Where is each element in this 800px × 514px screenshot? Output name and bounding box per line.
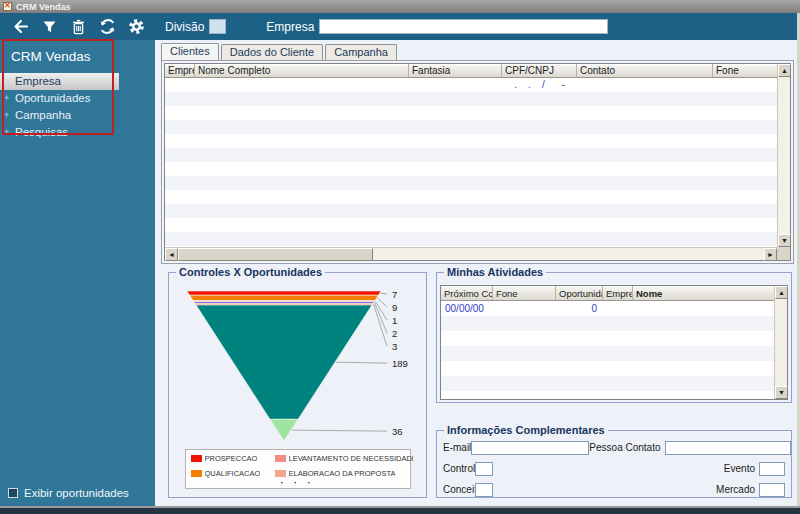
sidebar-item-oportunidades[interactable]: +Oportunidades bbox=[0, 90, 155, 107]
tab-campanha[interactable]: Campanha bbox=[325, 44, 397, 60]
scroll-up-button[interactable]: ▲ bbox=[775, 286, 788, 299]
sidebar-item-label: Campanha bbox=[15, 109, 71, 121]
tab-dados-do-cliente[interactable]: Dados do Cliente bbox=[221, 44, 323, 60]
filter-button[interactable] bbox=[40, 18, 58, 36]
table-row[interactable] bbox=[441, 331, 774, 346]
funnel-value-label: 36 bbox=[392, 426, 403, 437]
legend-label: PROSPECCAO bbox=[205, 454, 258, 463]
column-header: CPF/CNPJ bbox=[502, 64, 577, 77]
clients-grid-body: . . / - bbox=[165, 78, 777, 247]
pessoa-contato-field[interactable] bbox=[665, 441, 791, 455]
table-row[interactable] bbox=[165, 92, 777, 106]
controles-x-oportunidades-panel: Controles X Oportunidades 7912318936 PRO… bbox=[168, 272, 427, 498]
table-row[interactable] bbox=[165, 106, 777, 120]
table-row[interactable] bbox=[165, 120, 777, 134]
exibir-oportunidades-label: Exibir oportunidades bbox=[24, 487, 129, 499]
column-header: Próximo Contato bbox=[441, 286, 493, 300]
expand-plus-icon[interactable]: + bbox=[4, 73, 9, 90]
table-row[interactable]: . . / - bbox=[165, 78, 777, 92]
column-header: Oportunidade bbox=[556, 286, 603, 300]
window-title: CRM Vendas bbox=[16, 2, 71, 12]
sidebar-item-label: Pesquisas bbox=[15, 126, 68, 138]
tab-clientes[interactable]: Clientes bbox=[161, 43, 219, 60]
scroll-down-button[interactable]: ▼ bbox=[775, 386, 788, 399]
settings-button[interactable] bbox=[127, 18, 145, 36]
tab-bar: ClientesDados do ClienteCampanha bbox=[161, 44, 399, 60]
legend-more-dots: · · · bbox=[191, 478, 405, 488]
scroll-down-button[interactable]: ▼ bbox=[778, 234, 791, 247]
delete-button[interactable] bbox=[69, 18, 87, 36]
activities-grid-header: Próximo ContatoFoneOportunidadeEmpresaNo… bbox=[441, 286, 774, 301]
funnel-value-label: 3 bbox=[392, 341, 397, 352]
table-row[interactable] bbox=[165, 162, 777, 176]
sidebar-item-pesquisas[interactable]: +Pesquisas bbox=[0, 124, 155, 141]
field-label: Controle bbox=[443, 463, 475, 474]
proximo-contato-value: 00/00/00 bbox=[445, 301, 484, 316]
window-titlebar[interactable]: CRM Vendas bbox=[0, 0, 800, 13]
table-row[interactable] bbox=[165, 218, 777, 232]
hscroll-thumb[interactable] bbox=[178, 248, 373, 261]
funnel-callout-line bbox=[378, 298, 387, 307]
scroll-up-button[interactable]: ▲ bbox=[778, 64, 791, 77]
evento-field[interactable] bbox=[759, 462, 785, 476]
table-row[interactable] bbox=[165, 176, 777, 190]
clients-grid-hscrollbar[interactable]: ◄ ► bbox=[165, 247, 777, 260]
funnel-value-label: 7 bbox=[392, 289, 397, 300]
clients-grid-vscrollbar[interactable]: ▲ ▼ bbox=[777, 64, 790, 247]
back-button[interactable] bbox=[11, 18, 29, 36]
funnel-callout-line bbox=[336, 362, 387, 363]
divisao-input[interactable] bbox=[209, 19, 226, 34]
empresa-input[interactable] bbox=[319, 19, 608, 34]
table-row[interactable] bbox=[441, 316, 774, 331]
crm-vendas-window: CRM Vendas bbox=[0, 0, 800, 514]
legend-item: LEVANTAMENTO DE NECESSIDADES bbox=[275, 454, 413, 463]
field-label: Conceito bbox=[443, 484, 475, 495]
field-label: Pessoa Contato bbox=[589, 442, 660, 453]
funnel-segment bbox=[190, 295, 379, 300]
table-row[interactable] bbox=[441, 361, 774, 376]
e-mail-field[interactable] bbox=[471, 441, 589, 455]
legend-swatch bbox=[191, 455, 202, 462]
app-icon bbox=[3, 2, 12, 11]
table-row[interactable] bbox=[165, 232, 777, 246]
main-area: ClientesDados do ClienteCampanha Empresa… bbox=[155, 40, 797, 506]
divisao-label: Divisão bbox=[165, 20, 204, 34]
funnel-segment bbox=[187, 291, 381, 295]
info-field-row: E-mailPessoa Contato bbox=[443, 440, 785, 455]
column-header: Fantasia bbox=[409, 64, 502, 77]
controle-field[interactable] bbox=[475, 462, 493, 476]
legend-item: QUALIFICACAO bbox=[191, 469, 275, 478]
mercado-field[interactable] bbox=[759, 483, 785, 497]
funnel-callout-line bbox=[292, 430, 387, 431]
sidebar-title: CRM Vendas bbox=[11, 49, 155, 64]
scroll-right-button[interactable]: ► bbox=[764, 248, 777, 261]
activities-grid-vscrollbar[interactable]: ▲ ▼ bbox=[774, 286, 787, 399]
conceito-field[interactable] bbox=[475, 483, 493, 497]
column-header: Nome Completo bbox=[195, 64, 409, 77]
column-header: Empresa bbox=[165, 64, 195, 77]
table-row[interactable] bbox=[441, 346, 774, 361]
legend-swatch bbox=[275, 455, 286, 462]
gear-icon bbox=[128, 18, 145, 35]
expand-plus-icon[interactable]: + bbox=[4, 107, 9, 124]
table-row[interactable] bbox=[165, 204, 777, 218]
activities-panel-title: Minhas Atividades bbox=[444, 266, 546, 278]
table-row[interactable] bbox=[441, 376, 774, 391]
table-row[interactable] bbox=[165, 134, 777, 148]
informacoes-complementares-panel: Informações Complementares E-mailPessoa … bbox=[436, 430, 792, 498]
expand-plus-icon[interactable]: + bbox=[4, 124, 9, 141]
scroll-left-button[interactable]: ◄ bbox=[165, 248, 178, 261]
exibir-oportunidades-checkbox[interactable] bbox=[8, 488, 18, 498]
expand-plus-icon[interactable]: + bbox=[4, 90, 9, 107]
table-row[interactable]: 00/00/000 bbox=[441, 301, 774, 316]
table-row[interactable] bbox=[165, 190, 777, 204]
refresh-button[interactable] bbox=[98, 18, 116, 36]
activities-grid-body: 00/00/000 bbox=[441, 301, 774, 399]
sidebar-item-campanha[interactable]: +Campanha bbox=[0, 107, 155, 124]
sidebar-menu: +Empresa+Oportunidades+Campanha+Pesquisa… bbox=[0, 73, 155, 141]
table-row[interactable] bbox=[165, 148, 777, 162]
sidebar-item-empresa[interactable]: +Empresa bbox=[0, 73, 119, 90]
funnel-callout-line bbox=[374, 303, 387, 333]
funnel-chart: 7912318936 bbox=[174, 284, 422, 446]
funnel-value-label: 9 bbox=[392, 302, 397, 313]
